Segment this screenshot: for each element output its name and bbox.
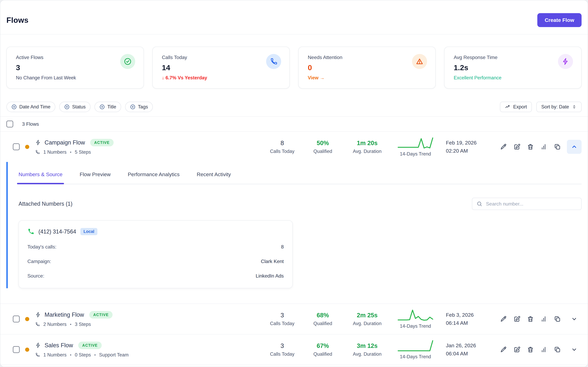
- stat-note: Excellent Performance: [454, 75, 572, 81]
- pencil-icon[interactable]: [500, 143, 508, 151]
- filter-chip-tags[interactable]: Tags: [125, 102, 153, 112]
- copy-icon[interactable]: [553, 346, 561, 354]
- stat-value: 3: [16, 63, 134, 72]
- chevron-down-icon: [571, 346, 578, 353]
- copy-icon[interactable]: [553, 143, 561, 151]
- avg-duration-cell: 3m 12s Avg. Duration: [344, 342, 390, 357]
- stat-card-active-flows: Active Flows 3 No Change From Last Week: [6, 47, 144, 89]
- qualified-cell: 68% Qualified: [301, 312, 344, 326]
- filter-chip-label: Title: [107, 104, 116, 110]
- check-circle-icon: [120, 54, 135, 69]
- edit-icon[interactable]: [513, 143, 521, 151]
- plus-circle-icon: [64, 104, 70, 110]
- calls-today-cell: 3 Calls Today: [263, 342, 301, 357]
- edit-icon[interactable]: [513, 346, 521, 354]
- stat-label: Active Flows: [16, 55, 134, 60]
- flow-count-label: 3 Flows: [22, 121, 39, 127]
- date-cell: Feb 3, 2026 06:14 AM: [441, 311, 499, 327]
- copy-icon[interactable]: [553, 315, 561, 323]
- collapse-row-button[interactable]: [567, 140, 582, 154]
- stat-note: No Change From Last Week: [16, 75, 134, 81]
- row-checkbox[interactable]: [13, 346, 20, 353]
- analytics-icon[interactable]: [540, 143, 548, 151]
- flow-name: Sales Flow: [44, 342, 73, 349]
- chevron-up-icon: [571, 143, 578, 150]
- flows-page: Flows Create Flow Active Flows 3 No Chan…: [0, 0, 588, 367]
- qualified-cell: 50% Qualified: [301, 140, 344, 154]
- divider: [0, 365, 588, 365]
- attached-number-card[interactable]: (412) 314-7564 Local Today's calls: 8 Ca…: [18, 220, 293, 288]
- pencil-icon[interactable]: [500, 346, 508, 354]
- select-all-checkbox[interactable]: [6, 121, 13, 127]
- trend-sparkline: [397, 309, 434, 321]
- phone-number: (412) 314-7564: [38, 228, 76, 235]
- stats-row: Active Flows 3 No Change From Last Week …: [0, 34, 588, 89]
- flow-date: Feb 3, 2026: [446, 311, 499, 319]
- sort-by-select[interactable]: Sort by: Date: [536, 102, 582, 112]
- status-dot: [25, 145, 29, 149]
- delete-icon[interactable]: [527, 346, 534, 354]
- stat-value: 14: [162, 63, 280, 72]
- filter-chip-status[interactable]: Status: [59, 102, 90, 112]
- stat-value: 1.2s: [454, 63, 572, 72]
- row-checkbox[interactable]: [13, 143, 20, 150]
- flow-row-marketing[interactable]: Marketing Flow ACTIVE 2 Numbers • 3 Step…: [0, 304, 588, 334]
- flow-steps: 5 Steps: [75, 150, 91, 155]
- pencil-icon[interactable]: [500, 315, 508, 323]
- flow-numbers: 2 Numbers: [43, 322, 67, 327]
- phone-icon: [266, 54, 281, 69]
- flow-time: 02:20 AM: [446, 147, 499, 155]
- number-detail-row: Source: LinkedIn Ads: [27, 273, 284, 279]
- tab-performance-analytics[interactable]: Performance Analytics: [128, 171, 180, 184]
- search-icon: [476, 201, 482, 207]
- filter-chip-title[interactable]: Title: [95, 102, 121, 112]
- flow-row-sales[interactable]: Sales Flow ACTIVE 1 Numbers • 0 Steps • …: [0, 334, 588, 365]
- avg-duration-cell: 2m 25s Avg. Duration: [344, 312, 390, 326]
- flow-bolt-icon: [35, 342, 41, 348]
- tab-numbers-source[interactable]: Numbers & Source: [18, 171, 62, 184]
- trend-cell: 14-Days Trend: [390, 309, 441, 329]
- stat-label: Avg Response Time: [454, 55, 572, 60]
- flow-row-campaign[interactable]: Campaign Flow ACTIVE 1 Numbers • 5 Steps…: [0, 132, 588, 162]
- trend-up-icon: [505, 104, 510, 110]
- expand-row-button[interactable]: [567, 342, 582, 357]
- date-cell: Feb 19, 2026 02:20 AM: [441, 139, 499, 155]
- search-number-input[interactable]: [486, 201, 577, 207]
- row-checkbox[interactable]: [13, 316, 20, 322]
- phone-small-icon: [35, 322, 40, 327]
- flow-date: Feb 19, 2026: [446, 139, 499, 147]
- flow-steps: 3 Steps: [75, 322, 91, 327]
- calls-today-cell: 8 Calls Today: [263, 140, 301, 154]
- expand-row-button[interactable]: [567, 312, 582, 326]
- qualified-cell: 67% Qualified: [301, 342, 344, 357]
- edit-icon[interactable]: [513, 315, 521, 323]
- search-number-box: [472, 198, 582, 210]
- plus-circle-icon: [99, 104, 105, 110]
- stat-card-calls-today: Calls Today 14 ↓ 6.7% Vs Yesterday: [152, 47, 290, 89]
- filter-chip-label: Status: [72, 104, 86, 110]
- analytics-icon[interactable]: [540, 315, 548, 323]
- export-button[interactable]: Export: [500, 102, 532, 112]
- flow-numbers: 1 Numbers: [43, 150, 67, 155]
- filters-row: Date And Time Status Title Tags Export S…: [0, 89, 588, 116]
- detail-tabs: Numbers & Source Flow Preview Performanc…: [18, 162, 582, 184]
- number-detail-row: Campaign: Clark Kent: [27, 259, 284, 264]
- phone-small-icon: [35, 352, 40, 357]
- stat-value: 0: [308, 63, 426, 72]
- analytics-icon[interactable]: [540, 346, 548, 354]
- tab-recent-activity[interactable]: Recent Activity: [197, 171, 231, 184]
- filter-chips: Date And Time Status Title Tags: [6, 102, 153, 112]
- filter-chip-date-and-time[interactable]: Date And Time: [6, 102, 55, 112]
- row-actions: [499, 140, 582, 154]
- view-link[interactable]: View →: [308, 75, 426, 81]
- flow-numbers: 1 Numbers: [43, 352, 67, 358]
- tab-flow-preview[interactable]: Flow Preview: [80, 171, 111, 184]
- delete-icon[interactable]: [527, 315, 534, 323]
- flow-steps: 0 Steps: [75, 352, 91, 358]
- sort-chevrons-icon: [572, 104, 577, 109]
- create-flow-button[interactable]: Create Flow: [537, 13, 582, 27]
- attached-numbers-title: Attached Numbers (1): [18, 201, 72, 207]
- calls-today-cell: 3 Calls Today: [263, 312, 301, 326]
- plus-circle-icon: [11, 104, 17, 110]
- delete-icon[interactable]: [527, 143, 534, 151]
